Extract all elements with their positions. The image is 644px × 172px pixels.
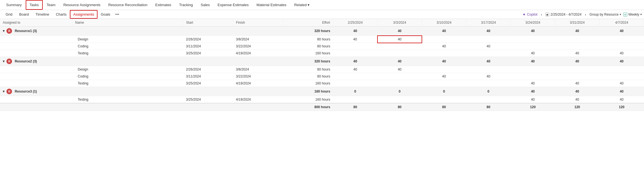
resource-effort: 160 hours [283, 87, 333, 96]
task-w3[interactable]: 40 [422, 43, 466, 50]
collapse-icon[interactable]: ▾ [3, 29, 4, 33]
table-row: Testing 3/25/2024 4/19/2024 160 hours 40… [0, 96, 644, 103]
assignments-table: Assigned to Name Start Finish Effort 2/2… [0, 19, 644, 111]
totals-start [183, 103, 233, 111]
task-w7 [599, 43, 644, 50]
task-w2[interactable]: 40 [377, 36, 422, 43]
nav-tracking[interactable]: Tracking [175, 0, 197, 10]
task-w6 [555, 66, 600, 73]
subnav-assignments[interactable]: Assignments [70, 10, 97, 19]
task-w2 [377, 96, 422, 103]
totals-w1: 80 [333, 103, 377, 111]
nav-expense-estimates[interactable]: Expense Estimates [214, 0, 253, 10]
task-effort: 160 hours [283, 50, 333, 57]
nav-related[interactable]: Related ▾ [290, 0, 313, 10]
copilot-icon: ✦ [522, 12, 526, 17]
related-chevron-icon: ▾ [308, 3, 310, 7]
task-name: Design [72, 36, 183, 43]
subnav-timeline[interactable]: Timeline [32, 10, 53, 19]
nav-team[interactable]: Team [43, 0, 60, 10]
task-w5[interactable]: 40 [511, 80, 555, 87]
task-w7[interactable]: 40 [599, 50, 644, 57]
resource-finish [233, 57, 283, 66]
subnav-grid[interactable]: Grid [2, 10, 16, 19]
task-w5[interactable]: 40 [511, 96, 555, 103]
task-w5 [511, 36, 555, 43]
task-w1[interactable]: 40 [333, 66, 377, 73]
subnav-more[interactable]: ••• [114, 12, 121, 17]
nav-resource-assignments[interactable]: Resource Assignments [60, 0, 104, 10]
task-w7[interactable]: 40 [599, 96, 644, 103]
subnav-board[interactable]: Board [16, 10, 32, 19]
group-by-button[interactable]: Group by Resource ▾ [590, 13, 621, 16]
date-prev-button[interactable]: ‹ [540, 12, 543, 17]
subnav-goals[interactable]: Goals [98, 10, 114, 19]
totals-w5: 120 [511, 103, 555, 111]
date-range-display: ▦ 2/25/2024 - 4/7/2024 [545, 13, 581, 16]
totals-effort: 800 hours [283, 103, 333, 111]
totals-w7: 120 [599, 103, 644, 111]
table-row: Coding 3/11/2024 3/22/2024 80 hours 4040 [0, 43, 644, 50]
task-w5 [511, 73, 555, 80]
totals-finish [233, 103, 283, 111]
weekly-chevron-icon: ▾ [640, 13, 642, 16]
task-w7 [599, 36, 644, 43]
nav-tasks[interactable]: Tasks [26, 0, 43, 10]
nav-sales[interactable]: Sales [197, 0, 214, 10]
task-w4[interactable]: 40 [466, 43, 511, 50]
task-name: Coding [72, 43, 183, 50]
task-finish: 3/22/2024 [233, 43, 283, 50]
totals-w4: 80 [466, 103, 511, 111]
task-w3 [422, 66, 466, 73]
task-assigned [0, 50, 72, 57]
task-name: Testing [72, 50, 183, 57]
nav-material-estimates[interactable]: Material Estimates [253, 0, 290, 10]
col-effort: Effort [283, 19, 333, 26]
copilot-button[interactable]: ✦ Copilot [522, 12, 537, 17]
resource-group-row: ▾ R Resource3 (1) 160 hours 0 0 0 0 40 4… [0, 87, 644, 96]
nav-estimates[interactable]: Estimates [151, 0, 175, 10]
task-assigned [0, 36, 72, 43]
calendar-icon: ▦ [545, 13, 549, 16]
collapse-icon[interactable]: ▾ [3, 59, 4, 63]
resource-w1: 40 [333, 57, 377, 66]
resource-w7: 40 [599, 57, 644, 66]
weekly-icon: W [623, 13, 627, 16]
task-w6[interactable]: 40 [555, 50, 600, 57]
col-w1: 2/25/2024 [333, 19, 377, 26]
task-assigned [0, 73, 72, 80]
group-by-chevron-icon: ▾ [620, 13, 621, 16]
date-next-button[interactable]: › [584, 12, 587, 17]
task-w6[interactable]: 40 [555, 96, 600, 103]
col-w3: 3/10/2024 [422, 19, 466, 26]
task-effort: 80 hours [283, 36, 333, 43]
resource-avatar: R [6, 59, 12, 64]
col-w7: 4/7/2024 [599, 19, 644, 26]
weekly-button[interactable]: W Weekly ▾ [623, 13, 642, 16]
resource-w2: 40 [377, 26, 422, 36]
task-name: Testing [72, 80, 183, 87]
totals-w6: 120 [555, 103, 600, 111]
task-w7[interactable]: 40 [599, 80, 644, 87]
task-finish: 3/22/2024 [233, 73, 283, 80]
task-w7 [599, 73, 644, 80]
table-row: Testing 3/25/2024 4/19/2024 160 hours 40… [0, 80, 644, 87]
task-w1[interactable]: 40 [333, 36, 377, 43]
task-w2[interactable]: 40 [377, 66, 422, 73]
resource-avatar: R [6, 28, 12, 34]
task-w3[interactable]: 40 [422, 73, 466, 80]
task-w4[interactable]: 40 [466, 73, 511, 80]
task-w2 [377, 80, 422, 87]
task-w3 [422, 80, 466, 87]
task-w6[interactable]: 40 [555, 80, 600, 87]
nav-summary[interactable]: Summary [2, 0, 26, 10]
collapse-icon[interactable]: ▾ [3, 89, 4, 93]
task-finish: 3/8/2024 [233, 36, 283, 43]
col-w2: 3/3/2024 [377, 19, 422, 26]
task-w5 [511, 66, 555, 73]
task-w5[interactable]: 40 [511, 50, 555, 57]
table-row: Design 2/26/2024 3/8/2024 80 hours 4040 [0, 36, 644, 43]
task-w1 [333, 43, 377, 50]
subnav-charts[interactable]: Charts [53, 10, 70, 19]
nav-resource-reconciliation[interactable]: Resource Reconciliation [104, 0, 151, 10]
